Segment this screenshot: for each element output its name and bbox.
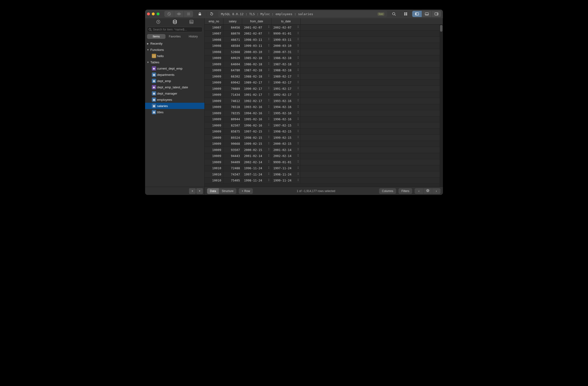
table-row[interactable]: 10009944432001-02-14▲▼2002-02-14▲▼ (205, 153, 443, 159)
tree-table-employees[interactable]: ▦employees (145, 97, 204, 103)
cell-emp_no[interactable]: 10009 (205, 159, 223, 165)
cell-salary[interactable]: 94443 (223, 153, 242, 159)
date-stepper-icon[interactable]: ▲▼ (268, 99, 271, 103)
cell-from_date[interactable]: 2000-02-15▲▼ (242, 147, 272, 153)
cell-from_date[interactable]: 2002-02-14▲▼ (242, 159, 272, 165)
cell-to_date[interactable]: 2002-02-14▲▼ (272, 153, 301, 159)
table-row[interactable]: 10009690421989-02-17▲▼1990-02-17▲▼ (205, 80, 443, 86)
cell-emp_no[interactable]: 10008 (205, 49, 223, 55)
close-window-button[interactable] (147, 13, 150, 15)
tree-table-dept_emp_latest_date[interactable]: ◉dept_emp_latest_date (145, 84, 204, 90)
date-stepper-icon[interactable]: ▲▼ (298, 31, 300, 36)
cell-from_date[interactable]: 1992-02-17▲▼ (242, 98, 272, 104)
date-stepper-icon[interactable]: ▲▼ (298, 68, 300, 73)
date-stepper-icon[interactable]: ▲▼ (268, 50, 271, 54)
table-row[interactable]: 10008466711998-03-11▲▼1999-03-11▲▼ (205, 37, 443, 43)
date-stepper-icon[interactable]: ▲▼ (268, 68, 271, 73)
cell-to_date[interactable]: 1994-02-16▲▼ (272, 104, 301, 110)
date-stepper-icon[interactable]: ▲▼ (268, 154, 271, 158)
date-stepper-icon[interactable]: ▲▼ (298, 44, 300, 48)
cell-emp_no[interactable]: 10009 (205, 80, 223, 86)
minimize-window-button[interactable] (152, 13, 155, 15)
tree-table-current_dept_emp[interactable]: ◉current_dept_emp (145, 65, 204, 72)
cell-to_date[interactable]: 9999-01-01▲▼ (272, 159, 301, 165)
left-panel-toggle[interactable] (412, 11, 422, 17)
date-stepper-icon[interactable]: ▲▼ (298, 148, 300, 152)
date-stepper-icon[interactable]: ▲▼ (298, 172, 300, 176)
cell-to_date[interactable]: 2000-02-15▲▼ (272, 141, 301, 147)
cell-salary[interactable]: 72488 (223, 165, 242, 171)
date-stepper-icon[interactable]: ▲▼ (268, 93, 271, 97)
cell-emp_no[interactable]: 10009 (205, 122, 223, 128)
cell-from_date[interactable]: 1995-02-16▲▼ (242, 116, 272, 122)
date-stepper-icon[interactable]: ▲▼ (298, 178, 300, 183)
table-row[interactable]: 10008526682000-03-10▲▼2000-07-31▲▼ (205, 49, 443, 55)
date-stepper-icon[interactable]: ▲▼ (268, 81, 271, 85)
date-stepper-icon[interactable]: ▲▼ (298, 135, 300, 140)
date-stepper-icon[interactable]: ▲▼ (298, 25, 300, 30)
columns-button[interactable]: Columns (379, 188, 396, 194)
cell-salary[interactable]: 46671 (223, 37, 242, 43)
cell-salary[interactable]: 69042 (223, 80, 242, 86)
table-row[interactable]: 10009906681999-02-15▲▼2000-02-15▲▼ (205, 141, 443, 147)
more-actions-button[interactable] (196, 188, 203, 194)
table-row[interactable]: 10009609291985-02-18▲▼1986-02-18▲▼ (205, 55, 443, 61)
reload-button[interactable] (207, 11, 216, 17)
cell-emp_no[interactable]: 10009 (205, 92, 223, 98)
bottom-panel-toggle[interactable] (422, 11, 431, 17)
cell-salary[interactable]: 76518 (223, 104, 242, 110)
date-stepper-icon[interactable]: ▲▼ (298, 62, 300, 66)
cell-from_date[interactable]: 1998-02-15▲▼ (242, 135, 272, 141)
add-object-button[interactable]: + (189, 188, 196, 194)
cell-salary[interactable]: 89324 (223, 135, 242, 141)
table-row[interactable]: 10009858751997-02-15▲▼1998-02-15▲▼ (205, 129, 443, 135)
date-stepper-icon[interactable]: ▲▼ (298, 93, 300, 97)
cell-from_date[interactable]: 1993-02-16▲▼ (242, 104, 272, 110)
cell-to_date[interactable]: 1997-11-24▲▼ (272, 165, 301, 171)
lock-button[interactable] (195, 11, 205, 17)
cell-from_date[interactable]: 2002-02-07▲▼ (242, 31, 272, 37)
cell-emp_no[interactable]: 10009 (205, 67, 223, 73)
cell-from_date[interactable]: 1996-11-24▲▼ (242, 165, 272, 171)
date-stepper-icon[interactable]: ▲▼ (268, 74, 271, 79)
table-row[interactable]: 10009809441995-02-16▲▼1996-02-16▲▼ (205, 116, 443, 123)
date-stepper-icon[interactable]: ▲▼ (298, 74, 300, 79)
cell-emp_no[interactable]: 10008 (205, 43, 223, 49)
cell-from_date[interactable]: 1989-02-17▲▼ (242, 80, 272, 86)
cell-to_date[interactable]: 1997-02-15▲▼ (272, 122, 301, 128)
right-panel-toggle[interactable] (431, 11, 441, 17)
cell-emp_no[interactable]: 10009 (205, 98, 223, 104)
cell-emp_no[interactable]: 10009 (205, 153, 223, 159)
cell-salary[interactable]: 75405 (223, 178, 242, 184)
date-stepper-icon[interactable]: ▲▼ (298, 142, 300, 146)
cell-from_date[interactable]: 2000-03-10▲▼ (242, 49, 272, 55)
table-row[interactable]: 10009746121992-02-17▲▼1993-02-16▲▼ (205, 98, 443, 104)
date-stepper-icon[interactable]: ▲▼ (268, 105, 271, 109)
vertical-scrollbar[interactable] (440, 24, 443, 187)
cell-salary[interactable]: 90668 (223, 141, 242, 147)
tree-functions[interactable]: ▼Functions (145, 47, 204, 53)
cell-salary[interactable]: 71434 (223, 92, 242, 98)
date-stepper-icon[interactable]: ▲▼ (268, 86, 271, 91)
cell-salary[interactable]: 60929 (223, 55, 242, 61)
cell-salary[interactable]: 52668 (223, 49, 242, 55)
table-row[interactable]: 10009825071996-02-16▲▼1997-02-15▲▼ (205, 122, 443, 129)
cell-emp_no[interactable]: 10009 (205, 55, 223, 61)
cell-salary[interactable]: 82507 (223, 122, 242, 128)
date-stepper-icon[interactable]: ▲▼ (268, 178, 271, 183)
col-header-emp_no[interactable]: emp_no (205, 18, 223, 24)
date-stepper-icon[interactable]: ▲▼ (268, 44, 271, 48)
cell-from_date[interactable]: 1991-02-17▲▼ (242, 92, 272, 98)
date-stepper-icon[interactable]: ▲▼ (268, 38, 271, 42)
table-row[interactable]: 10009765181993-02-16▲▼1994-02-16▲▼ (205, 104, 443, 110)
cell-salary[interactable]: 70889 (223, 86, 242, 92)
cell-from_date[interactable]: 1998-03-11▲▼ (242, 37, 272, 43)
date-stepper-icon[interactable]: ▲▼ (298, 56, 300, 60)
table-row[interactable]: 10009708891990-02-17▲▼1991-02-17▲▼ (205, 86, 443, 92)
cell-salary[interactable]: 64780 (223, 67, 242, 73)
tab-history[interactable]: History (184, 34, 203, 39)
cell-emp_no[interactable]: 10009 (205, 104, 223, 110)
cell-salary[interactable]: 93507 (223, 147, 242, 153)
table-row[interactable]: 10009783351994-02-16▲▼1995-02-16▲▼ (205, 110, 443, 116)
cell-emp_no[interactable]: 10009 (205, 141, 223, 147)
